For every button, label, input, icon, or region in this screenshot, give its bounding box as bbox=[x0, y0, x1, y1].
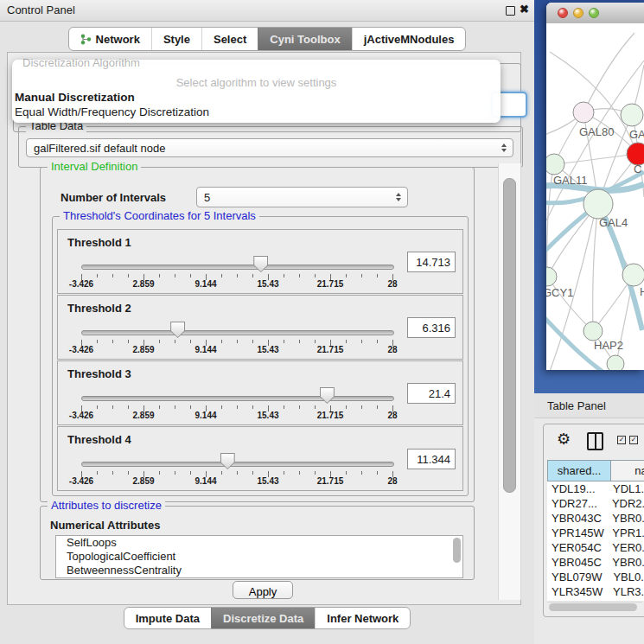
attribute-item-topologicalcoefficient[interactable]: TopologicalCoefficient bbox=[56, 550, 462, 564]
tick-mark bbox=[315, 340, 316, 343]
node-right-mid[interactable] bbox=[622, 264, 644, 286]
tab-select[interactable]: Select bbox=[201, 28, 258, 50]
threshold-slider-track[interactable] bbox=[81, 462, 394, 467]
table-hscrollbar-thumb[interactable] bbox=[549, 603, 637, 611]
tick-mark bbox=[175, 405, 175, 409]
node-gal11[interactable] bbox=[546, 154, 564, 175]
tick-label: -3.426 bbox=[69, 411, 93, 420]
network-canvas[interactable]: GAL80GACGAL11GAL4GCY1HHAP2 bbox=[546, 23, 644, 370]
tab-label: Network bbox=[96, 33, 140, 46]
interval-definition-group: Interval Definition Number of Intervals … bbox=[40, 167, 475, 502]
table-row[interactable]: YPR145WYPR1... bbox=[547, 526, 644, 540]
tick-mark bbox=[315, 471, 316, 475]
column-header-na[interactable]: na bbox=[611, 460, 644, 481]
tick-mark bbox=[175, 340, 175, 343]
tick-label: 15.43 bbox=[257, 279, 278, 289]
table-row[interactable]: YER054CYER0... bbox=[547, 540, 644, 555]
column-header-shared[interactable]: shared... bbox=[547, 460, 611, 481]
bottom-tab-bar: Impute DataDiscretize DataInfer Network bbox=[0, 607, 534, 629]
threshold-value-field[interactable]: 14.713 bbox=[407, 252, 456, 272]
threshold-slider-track[interactable] bbox=[81, 265, 394, 270]
tab-network[interactable]: Network bbox=[69, 28, 151, 50]
table-row[interactable]: YLR345WYLR3... bbox=[547, 584, 644, 599]
node-bottom[interactable] bbox=[607, 355, 624, 370]
node-hap2[interactable] bbox=[583, 322, 603, 341]
table-panel-titlebar: Table Panel bbox=[534, 393, 644, 418]
tick-label: 2.859 bbox=[132, 411, 154, 420]
node-gcy1[interactable] bbox=[546, 267, 557, 286]
spinner-icon bbox=[396, 193, 401, 201]
threshold-value-field[interactable]: 11.344 bbox=[407, 449, 456, 469]
algorithm-option-manual-discretization[interactable]: Manual Discretization bbox=[15, 91, 135, 104]
columns-icon[interactable] bbox=[587, 432, 603, 450]
tab-style[interactable]: Style bbox=[151, 28, 201, 50]
tick-mark bbox=[299, 274, 300, 277]
tick-label: 9.144 bbox=[194, 345, 216, 354]
panel-title: Control Panel bbox=[7, 3, 75, 16]
checkbox-icon[interactable]: ✓ bbox=[629, 436, 638, 444]
threshold-slider-thumb[interactable] bbox=[253, 256, 268, 272]
close-button[interactable] bbox=[558, 8, 568, 18]
table-row[interactable]: YIL052CYIL0... bbox=[547, 599, 644, 601]
tick-mark bbox=[284, 405, 284, 409]
gear-icon[interactable]: ⚙ bbox=[557, 430, 571, 449]
threshold-slider-thumb[interactable] bbox=[170, 322, 185, 338]
tick-mark bbox=[97, 471, 98, 475]
table-row[interactable]: YBR043CYBR0... bbox=[547, 511, 644, 526]
network-view-window[interactable]: GAL80GACGAL11GAL4GCY1HHAP2 bbox=[546, 3, 644, 370]
number-of-intervals-combo[interactable]: 5 bbox=[196, 187, 408, 207]
numerical-attributes-list[interactable]: SelfLoopsTopologicalCoefficientBetweenne… bbox=[55, 535, 463, 578]
table-hscrollbar-track[interactable] bbox=[547, 602, 642, 612]
interval-definition-label: Interval Definition bbox=[48, 160, 141, 173]
node-label-gal4: GAL4 bbox=[599, 216, 628, 229]
checkbox-icon[interactable]: ✓ bbox=[617, 436, 626, 444]
attribute-item-selfloops[interactable]: SelfLoops bbox=[56, 536, 462, 550]
tab-infer-network[interactable]: Infer Network bbox=[315, 608, 410, 628]
algorithm-option-equal-width-frequency-discretization[interactable]: Equal Width/Frequency Discretization bbox=[15, 105, 209, 118]
tick-label: 2.859 bbox=[132, 345, 154, 354]
tick-label: 15.43 bbox=[257, 345, 278, 354]
node-gal80-neighbor[interactable] bbox=[573, 102, 594, 123]
threshold-value-field[interactable]: 6.316 bbox=[407, 317, 456, 338]
attribute-item-betweennesscentrality[interactable]: BetweennessCentrality bbox=[56, 564, 462, 577]
tick-mark bbox=[284, 471, 284, 475]
node-top-right[interactable] bbox=[621, 104, 643, 126]
tick-mark bbox=[315, 405, 316, 409]
tick-mark bbox=[284, 274, 284, 277]
tick-mark bbox=[175, 471, 175, 475]
tab-jactivemnodules[interactable]: jActiveMNodules bbox=[352, 28, 466, 50]
close-icon[interactable]: ✖ bbox=[520, 3, 529, 16]
content-scrollbar-thumb[interactable] bbox=[503, 178, 516, 493]
table-row[interactable]: YBR045CYBR0... bbox=[547, 555, 644, 570]
cell-name: YLR3... bbox=[606, 584, 644, 599]
minimize-button[interactable] bbox=[573, 8, 583, 18]
threshold-slider-thumb[interactable] bbox=[320, 387, 335, 404]
tab-impute-data[interactable]: Impute Data bbox=[124, 608, 211, 628]
float-icon[interactable] bbox=[506, 6, 515, 16]
threshold-slider-track[interactable] bbox=[81, 330, 394, 335]
tick-label: 2.859 bbox=[132, 476, 154, 486]
cell-shared-name: YIL052C bbox=[547, 599, 609, 601]
list-scrollbar-thumb[interactable] bbox=[453, 538, 461, 563]
cell-shared-name: YBR045C bbox=[547, 555, 605, 570]
tab-label: Style bbox=[163, 33, 190, 46]
node-label-ga: GA bbox=[629, 128, 644, 141]
tab-discretize-data[interactable]: Discretize Data bbox=[211, 608, 315, 628]
table-row[interactable]: YDL19...YDL1... bbox=[547, 481, 644, 496]
threshold-slider-thumb[interactable] bbox=[220, 453, 235, 469]
algorithm-placeholder: Select algorithm to view settings bbox=[12, 76, 501, 89]
tab-cyni-toolbox[interactable]: Cyni Toolbox bbox=[258, 28, 351, 50]
table-row[interactable]: YBL079WYBL0... bbox=[547, 570, 644, 584]
number-of-intervals-value: 5 bbox=[204, 191, 210, 204]
network-window-titlebar bbox=[546, 3, 644, 24]
threshold-slider-track[interactable] bbox=[81, 396, 394, 401]
tick-mark bbox=[128, 340, 129, 343]
table-data-combo[interactable]: galFiltered.sif default node bbox=[26, 138, 513, 157]
zoom-button[interactable] bbox=[589, 8, 599, 18]
apply-button[interactable]: Apply bbox=[233, 581, 293, 599]
table-row[interactable]: YDR27...YDR2... bbox=[547, 496, 644, 511]
node-gal4[interactable] bbox=[583, 189, 613, 219]
attributes-group-label: Attributes to discretize bbox=[48, 499, 165, 512]
threshold-value-field[interactable]: 21.4 bbox=[407, 383, 456, 404]
node-label-h: H bbox=[640, 285, 644, 298]
